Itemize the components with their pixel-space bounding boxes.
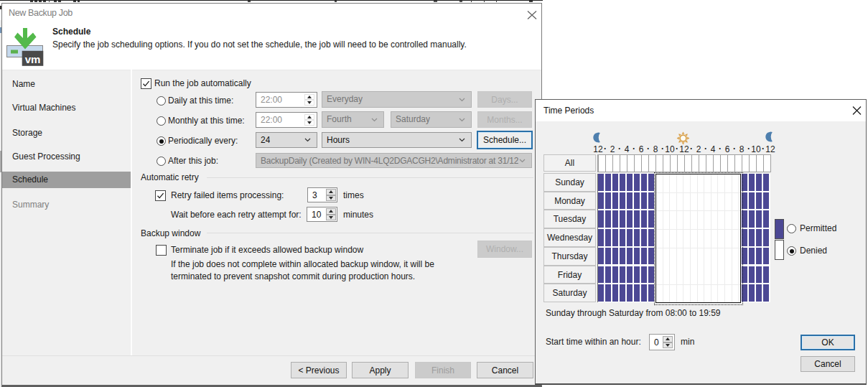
svg-text:vm: vm <box>25 53 41 65</box>
